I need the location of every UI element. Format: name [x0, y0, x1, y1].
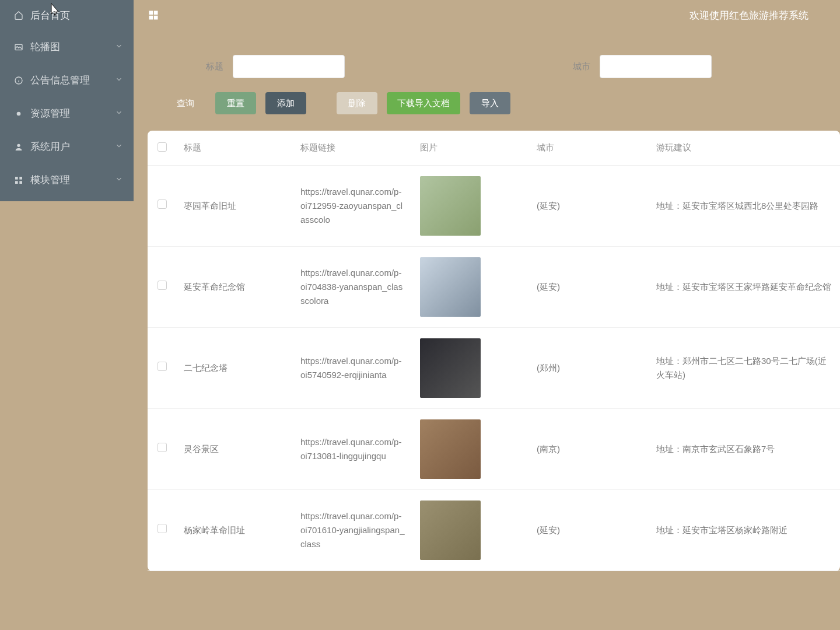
sidebar-item-label: 公告信息管理: [30, 74, 90, 87]
reset-button[interactable]: 重置: [215, 92, 256, 114]
row-checkbox[interactable]: [158, 524, 167, 533]
search-city-label: 城市: [573, 61, 590, 72]
sidebar-home-label: 后台首页: [30, 9, 70, 22]
content-area: 标题 城市 查询 重置 添加 删除 下载导入文档: [134, 30, 840, 630]
sidebar-item-label: 模块管理: [30, 173, 70, 187]
user-icon: [14, 142, 23, 152]
cell-image: [413, 328, 530, 409]
sidebar-item-carousel[interactable]: 轮播图: [0, 30, 134, 64]
header-title: 标题: [177, 131, 293, 166]
chevron-down-icon: [115, 75, 123, 86]
button-row: 查询 重置 添加 删除 下载导入文档 导入: [148, 92, 840, 131]
table-row: 杨家岭革命旧址https://travel.qunar.com/p-oi7016…: [148, 490, 840, 571]
table-wrap: 标题 标题链接 图片 城市 游玩建议 枣园革命旧址https://travel.…: [148, 131, 840, 571]
header-link: 标题链接: [293, 131, 413, 166]
main: 欢迎使用红色旅游推荐系统 标题 城市 查询: [134, 0, 840, 630]
cell-city: (南京): [530, 409, 649, 490]
topbar: 欢迎使用红色旅游推荐系统: [134, 0, 840, 30]
row-checkbox-cell: [148, 490, 177, 571]
add-button[interactable]: 添加: [265, 92, 306, 114]
home-icon: [14, 10, 23, 20]
chevron-down-icon: [115, 108, 123, 120]
table-row: 延安革命纪念馆https://travel.qunar.com/p-oi7048…: [148, 247, 840, 328]
thumbnail-image: [420, 257, 481, 317]
search-row: 标题 城市: [148, 44, 840, 92]
cell-title: 灵谷景区: [177, 409, 293, 490]
row-checkbox-cell: [148, 166, 177, 247]
cell-title: 杨家岭革命旧址: [177, 490, 293, 571]
table-row: 二七纪念塔https://travel.qunar.com/p-oi574059…: [148, 328, 840, 409]
cell-advice: 地址：延安市宝塔区杨家岭路附近: [649, 490, 840, 571]
cell-link: https://travel.qunar.com/p-oi713081-ling…: [293, 409, 413, 490]
cell-city: (郑州): [530, 328, 649, 409]
search-title-input[interactable]: [233, 55, 345, 78]
row-checkbox-cell: [148, 409, 177, 490]
row-checkbox[interactable]: [158, 200, 167, 209]
sidebar-item-label: 轮播图: [30, 40, 60, 54]
cell-link: https://travel.qunar.com/p-oi5740592-erq…: [293, 328, 413, 409]
apps-icon[interactable]: [148, 9, 159, 21]
row-checkbox-cell: [148, 328, 177, 409]
svg-rect-12: [149, 16, 153, 20]
cell-advice: 地址：延安市宝塔区王家坪路延安革命纪念馆: [649, 247, 840, 328]
delete-button[interactable]: 删除: [337, 92, 377, 114]
svg-rect-9: [19, 181, 22, 184]
data-table: 标题 标题链接 图片 城市 游玩建议 枣园革命旧址https://travel.…: [148, 131, 840, 571]
row-checkbox-cell: [148, 247, 177, 328]
cell-city: (延安): [530, 166, 649, 247]
row-checkbox[interactable]: [158, 362, 167, 371]
query-button[interactable]: 查询: [165, 92, 206, 114]
import-button[interactable]: 导入: [470, 92, 510, 114]
cell-link: https://travel.qunar.com/p-oi704838-yana…: [293, 247, 413, 328]
thumbnail-image: [420, 176, 481, 236]
header-checkbox-cell: [148, 131, 177, 166]
sidebar-item-users[interactable]: 系统用户: [0, 130, 134, 163]
table-row: 枣园革命旧址https://travel.qunar.com/p-oi71295…: [148, 166, 840, 247]
cell-advice: 地址：延安市宝塔区城西北8公里处枣园路: [649, 166, 840, 247]
header-advice: 游玩建议: [649, 131, 840, 166]
chevron-down-icon: [115, 141, 123, 153]
svg-rect-11: [154, 11, 158, 15]
svg-point-4: [17, 111, 21, 116]
cell-advice: 地址：南京市玄武区石象路7号: [649, 409, 840, 490]
row-checkbox[interactable]: [158, 281, 167, 290]
cell-image: [413, 247, 530, 328]
cell-link: https://travel.qunar.com/p-oi701610-yang…: [293, 490, 413, 571]
header-image: 图片: [413, 131, 530, 166]
svg-rect-7: [19, 177, 22, 180]
thumbnail-image: [420, 338, 481, 398]
svg-point-5: [17, 144, 20, 146]
header-checkbox[interactable]: [158, 142, 167, 152]
cell-city: (延安): [530, 247, 649, 328]
cell-title: 二七纪念塔: [177, 328, 293, 409]
sidebar-item-modules[interactable]: 模块管理: [0, 163, 134, 197]
download-template-button[interactable]: 下载导入文档: [387, 92, 460, 114]
cell-advice: 地址：郑州市二七区二七路30号二七广场(近火车站): [649, 328, 840, 409]
header-city: 城市: [530, 131, 649, 166]
cell-title: 枣园革命旧址: [177, 166, 293, 247]
search-title-field: 标题: [206, 55, 345, 78]
thumbnail-image: [420, 501, 481, 560]
search-city-input[interactable]: [600, 55, 712, 78]
sidebar-item-label: 资源管理: [30, 107, 70, 120]
svg-rect-10: [149, 11, 153, 15]
page-title: 欢迎使用红色旅游推荐系统: [690, 9, 808, 22]
row-checkbox[interactable]: [158, 443, 167, 452]
cell-image: [413, 409, 530, 490]
cell-link: https://travel.qunar.com/p-oi712959-zaoy…: [293, 166, 413, 247]
sidebar-item-label: 系统用户: [30, 140, 70, 153]
image-icon: [14, 43, 23, 52]
svg-rect-8: [15, 181, 18, 184]
table-row: 灵谷景区https://travel.qunar.com/p-oi713081-…: [148, 409, 840, 490]
chevron-down-icon: [115, 174, 123, 186]
thumbnail-image: [420, 419, 481, 479]
grid-icon: [14, 176, 23, 185]
cell-city: (延安): [530, 490, 649, 571]
svg-rect-6: [15, 177, 18, 180]
cell-title: 延安革命纪念馆: [177, 247, 293, 328]
sidebar-item-announce[interactable]: 公告信息管理: [0, 64, 134, 97]
sidebar-item-resource[interactable]: 资源管理: [0, 97, 134, 130]
cell-image: [413, 166, 530, 247]
bulb-icon: [14, 109, 23, 118]
sidebar-home[interactable]: 后台首页: [0, 0, 134, 30]
